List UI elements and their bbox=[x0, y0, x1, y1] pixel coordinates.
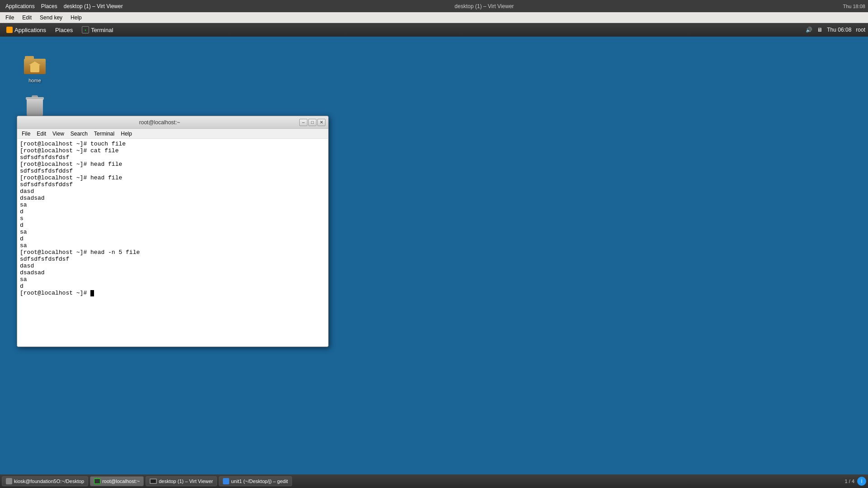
display-icon[interactable]: 🖥 bbox=[817, 27, 822, 33]
guest-topbar-left: Applications Places ▪ Terminal bbox=[3, 25, 117, 34]
guest-applications-label: Applications bbox=[14, 27, 46, 33]
home-desktop-icon[interactable]: home bbox=[17, 52, 53, 85]
terminal-icon: ▪ bbox=[82, 26, 89, 33]
taskbar-kiosk-label: kiosk@foundation5O:~/Desktop bbox=[14, 479, 84, 484]
guest-topbar: Applications Places ▪ Terminal 🔊 🖥 Thu 0… bbox=[0, 23, 868, 37]
host-window-title-btn[interactable]: desktop (1) – Virt Viewer bbox=[61, 2, 126, 10]
host-time: Thu 18:08 bbox=[843, 4, 865, 9]
host-topbar-right: Thu 18:08 bbox=[843, 4, 865, 9]
host-topbar: Applications Places desktop (1) – Virt V… bbox=[0, 0, 868, 12]
virt-menu-help[interactable]: Help bbox=[67, 14, 85, 22]
guest-taskbar: kiosk@foundation5O:~/Desktop root@localh… bbox=[0, 474, 868, 488]
host-applications-btn[interactable]: Applications bbox=[3, 2, 38, 10]
page-indicator: 1 / 4 bbox=[845, 479, 854, 484]
trash-icon bbox=[26, 95, 44, 116]
folder-home-symbol bbox=[30, 64, 39, 72]
terminal-menu-edit[interactable]: Edit bbox=[34, 130, 49, 137]
terminal-window: root@localhost:~ – □ ✕ File Edit View Se… bbox=[17, 116, 329, 347]
taskbar-item-virt[interactable]: desktop (1) – Virt Viewer bbox=[146, 476, 217, 486]
virt-viewer-window: File Edit Send key Help Applications Pla… bbox=[0, 12, 868, 488]
host-topbar-left: Applications Places desktop (1) – Virt V… bbox=[3, 2, 126, 10]
terminal-menubar: File Edit View Search Terminal Help bbox=[17, 129, 328, 139]
host-places-btn[interactable]: Places bbox=[38, 2, 60, 10]
taskbar-item-terminal[interactable]: root@localhost:~ bbox=[90, 476, 144, 486]
terminal-titlebar-controls: – □ ✕ bbox=[299, 119, 326, 126]
terminal-menu-file[interactable]: File bbox=[19, 130, 33, 137]
guest-terminal-label: Terminal bbox=[91, 27, 113, 33]
terminal-menu-view[interactable]: View bbox=[50, 130, 67, 137]
taskbar-item-gedit[interactable]: unit1 (~/Desktop/j) – gedit bbox=[219, 476, 292, 486]
info-button[interactable]: i bbox=[857, 477, 866, 486]
home-folder-icon-img bbox=[24, 54, 46, 76]
taskbar-item-kiosk[interactable]: kiosk@foundation5O:~/Desktop bbox=[2, 476, 88, 486]
taskbar-right: 1 / 4 i bbox=[845, 477, 866, 486]
guest-places-btn[interactable]: Places bbox=[52, 26, 76, 34]
guest-time: Thu 06:08 bbox=[827, 27, 851, 33]
taskbar-virt-label: desktop (1) – Virt Viewer bbox=[159, 479, 213, 484]
terminal-title: root@localhost:~ bbox=[20, 119, 299, 126]
virt-viewer-menubar: File Edit Send key Help bbox=[0, 12, 868, 23]
terminal-cursor bbox=[90, 290, 94, 296]
terminal-menu-help[interactable]: Help bbox=[118, 130, 135, 137]
volume-icon[interactable]: 🔊 bbox=[806, 27, 812, 33]
home-folder-icon bbox=[24, 56, 46, 74]
virt-menu-file[interactable]: File bbox=[2, 14, 18, 22]
guest-user: root bbox=[856, 27, 865, 33]
taskbar-gedit-icon bbox=[223, 478, 229, 484]
folder-body bbox=[24, 59, 46, 74]
taskbar-terminal-icon bbox=[94, 479, 100, 484]
guest-applications-btn[interactable]: Applications bbox=[3, 26, 50, 34]
terminal-titlebar: root@localhost:~ – □ ✕ bbox=[17, 116, 328, 129]
taskbar-gedit-label: unit1 (~/Desktop/j) – gedit bbox=[231, 479, 288, 484]
terminal-close-btn[interactable]: ✕ bbox=[317, 119, 326, 126]
taskbar-terminal-label: root@localhost:~ bbox=[102, 479, 140, 484]
guest-terminal-btn[interactable]: ▪ Terminal bbox=[78, 25, 117, 34]
taskbar-monitor-icon bbox=[150, 479, 157, 484]
guest-desktop: Applications Places ▪ Terminal 🔊 🖥 Thu 0… bbox=[0, 23, 868, 488]
terminal-content[interactable]: [root@localhost ~]# touch file [root@loc… bbox=[17, 139, 328, 347]
virt-menu-sendkey[interactable]: Send key bbox=[36, 14, 66, 22]
kiosk-icon bbox=[6, 478, 12, 484]
applications-icon bbox=[6, 27, 13, 33]
virt-menu-edit[interactable]: Edit bbox=[19, 14, 35, 22]
guest-topbar-right: 🔊 🖥 Thu 06:08 root bbox=[806, 27, 865, 33]
terminal-menu-search[interactable]: Search bbox=[68, 130, 90, 137]
trash-body bbox=[27, 99, 43, 116]
host-topbar-title: desktop (1) – Virt Viewer bbox=[455, 3, 514, 9]
terminal-minimize-btn[interactable]: – bbox=[299, 119, 307, 126]
terminal-maximize-btn[interactable]: □ bbox=[308, 119, 316, 126]
home-icon-label: home bbox=[28, 78, 41, 83]
trash-icon-img-container bbox=[24, 95, 46, 117]
guest-places-label: Places bbox=[55, 27, 73, 33]
terminal-menu-terminal[interactable]: Terminal bbox=[91, 130, 117, 137]
host-topbar-center: desktop (1) – Virt Viewer bbox=[127, 3, 841, 9]
